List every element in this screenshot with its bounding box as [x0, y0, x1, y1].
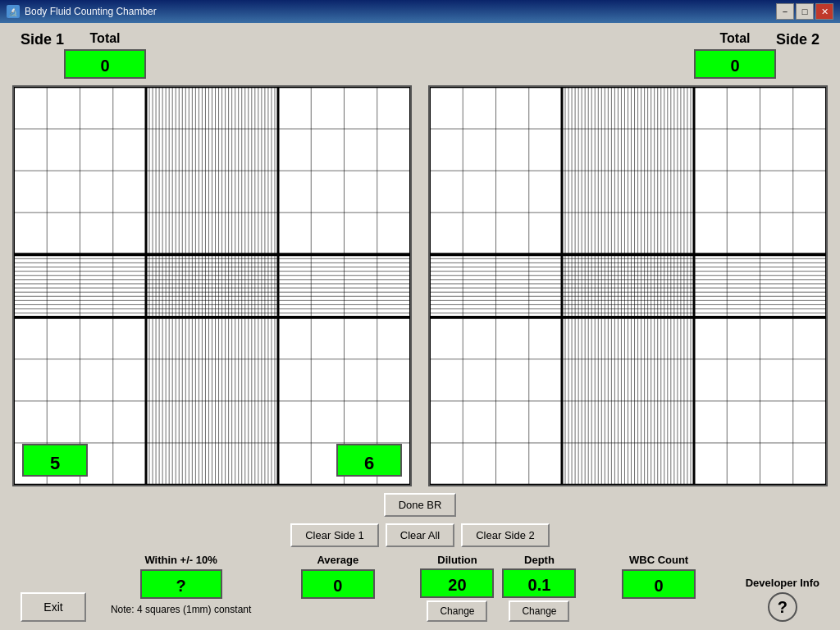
minimize-button[interactable]: −	[776, 3, 794, 20]
exit-button[interactable]: Exit	[21, 592, 86, 622]
side2-label: Side 2	[776, 31, 819, 48]
depth-value: 0.1	[502, 568, 576, 598]
dilution-value: 20	[420, 568, 494, 598]
stats-main: Within +/- 10% ? Note: 4 squares (1mm) c…	[107, 554, 733, 622]
depth-group: Depth 0.1 Change	[502, 554, 576, 622]
dilution-label: Dilution	[437, 554, 477, 566]
chambers-row: 5 6	[12, 85, 828, 486]
developer-group: Developer Info ?	[746, 577, 819, 622]
side1-total-label: Total	[90, 31, 121, 46]
note-text: Note: 4 squares (1mm) constant	[111, 604, 251, 615]
within-label: Within +/- 10%	[144, 554, 217, 566]
window-controls: − □ ✕	[776, 3, 833, 20]
wbc-label: WBC Count	[629, 554, 688, 566]
within-value: ?	[140, 569, 222, 599]
main-content: Side 1 Total 0 Total 0 Side 2	[0, 23, 840, 630]
side1-counter-right-value: 6	[336, 444, 402, 477]
side1-counter-right: 6	[336, 444, 402, 477]
average-value: 0	[301, 569, 375, 599]
header-row: Side 1 Total 0 Total 0 Side 2	[12, 31, 828, 79]
side1-total-group: Total 0	[64, 31, 146, 79]
side1-counter-left: 5	[22, 444, 88, 477]
change-depth-button[interactable]: Change	[509, 600, 569, 622]
side2-total-group: Total 0	[694, 31, 776, 79]
exit-area: Exit	[21, 592, 86, 622]
clear-buttons-row: Clear Side 1 Clear All Clear Side 2	[12, 523, 828, 547]
side1-counter-left-value: 5	[22, 444, 88, 477]
side2-total-label: Total	[719, 31, 750, 46]
clear-all-button[interactable]: Clear All	[386, 523, 454, 547]
side1-label: Side 1	[21, 31, 64, 48]
within-group: Within +/- 10% ? Note: 4 squares (1mm) c…	[107, 554, 255, 622]
done-br-row: Done BR	[12, 493, 828, 517]
app-icon: 🔬	[7, 5, 20, 18]
clear-side1-button[interactable]: Clear Side 1	[290, 523, 379, 547]
stats-row: Exit Within +/- 10% ? Note: 4 squares (1…	[12, 554, 828, 622]
developer-info-button[interactable]: ?	[768, 592, 797, 622]
average-label: Average	[317, 554, 358, 566]
change-dilution-button[interactable]: Change	[427, 600, 487, 622]
developer-label: Developer Info	[746, 577, 819, 589]
title-bar: 🔬 Body Fluid Counting Chamber − □ ✕	[0, 0, 840, 23]
clear-side2-button[interactable]: Clear Side 2	[461, 523, 550, 547]
window-title: Body Fluid Counting Chamber	[25, 6, 771, 17]
side2-chamber[interactable]	[428, 85, 828, 486]
side2-total-value: 0	[694, 49, 776, 79]
done-br-button[interactable]: Done BR	[384, 493, 457, 517]
side1-total-value: 0	[64, 49, 146, 79]
wbc-value: 0	[622, 569, 696, 599]
dilution-group: Dilution 20 Change	[420, 554, 494, 622]
close-button[interactable]: ✕	[815, 3, 833, 20]
wbc-group: WBC Count 0	[584, 554, 733, 622]
average-group: Average 0	[263, 554, 412, 622]
depth-label: Depth	[524, 554, 555, 566]
side1-chamber[interactable]: 5 6	[12, 85, 412, 486]
maximize-button[interactable]: □	[796, 3, 814, 20]
